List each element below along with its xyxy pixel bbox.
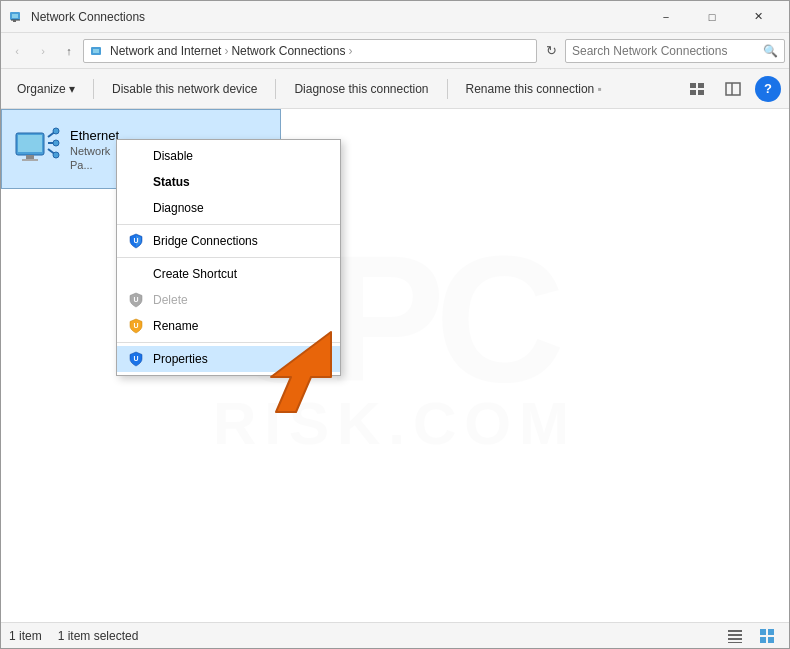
svg-rect-15	[22, 159, 38, 161]
shield-blue-icon: U	[128, 233, 144, 249]
ctx-delete-icon: U	[127, 291, 145, 309]
status-bar: 1 item 1 item selected	[1, 622, 789, 648]
view-icons	[721, 622, 781, 650]
pane-icon	[725, 81, 741, 97]
ctx-bridge-label: Bridge Connections	[153, 234, 258, 248]
svg-point-19	[53, 128, 59, 134]
refresh-button[interactable]: ↻	[539, 39, 563, 63]
svg-rect-10	[726, 83, 740, 95]
ethernet-icon	[12, 125, 60, 173]
list-view-button[interactable]	[721, 622, 749, 650]
ctx-properties[interactable]: U Properties	[117, 346, 340, 372]
ctx-sep-3	[117, 342, 340, 343]
cmd-separator-2	[275, 79, 276, 99]
window-icon	[9, 9, 25, 25]
detail-view-icon	[759, 628, 775, 644]
shield-blue2-icon: U	[128, 351, 144, 367]
breadcrumb-part2: Network Connections	[231, 44, 345, 58]
detail-view-button[interactable]	[753, 622, 781, 650]
ctx-rename-icon: U	[127, 317, 145, 335]
content-area: 9PC RISK.COM Ethernet Network	[1, 109, 789, 622]
rename-label: Rename this connection	[466, 82, 595, 96]
ethernet-detail: Pa...	[70, 159, 119, 171]
svg-rect-29	[728, 638, 742, 640]
svg-text:U: U	[133, 322, 138, 329]
window-title: Network Connections	[31, 10, 643, 24]
ctx-rename[interactable]: U Rename	[117, 313, 340, 339]
close-button[interactable]: ✕	[735, 1, 781, 33]
search-box: 🔍	[565, 39, 785, 63]
ethernet-name: Ethernet	[70, 128, 119, 143]
view-extra-icon	[689, 81, 705, 97]
ctx-shortcut-label: Create Shortcut	[153, 267, 237, 281]
item-count: 1 item	[9, 629, 42, 643]
breadcrumb[interactable]: Network and Internet › Network Connectio…	[83, 39, 537, 63]
ctx-status[interactable]: Status	[117, 169, 340, 195]
organize-button[interactable]: Organize ▾	[9, 74, 83, 104]
minimize-button[interactable]: −	[643, 1, 689, 33]
breadcrumb-sep2: ›	[348, 44, 352, 58]
ctx-delete-label: Delete	[153, 293, 188, 307]
watermark-text: RISK.COM	[213, 388, 577, 457]
cmd-separator-3	[447, 79, 448, 99]
ctx-sep-1	[117, 224, 340, 225]
svg-rect-34	[768, 637, 774, 643]
svg-point-20	[53, 140, 59, 146]
ctx-shortcut[interactable]: Create Shortcut	[117, 261, 340, 287]
shield-gray-icon: U	[128, 292, 144, 308]
context-menu: Disable Status Diagnose U Bridge Connect…	[116, 139, 341, 376]
breadcrumb-icon	[90, 43, 106, 59]
ctx-status-label: Status	[153, 175, 190, 189]
search-icon: 🔍	[763, 44, 778, 58]
diagnose-button[interactable]: Diagnose this connection	[286, 74, 436, 104]
svg-point-21	[53, 152, 59, 158]
svg-rect-9	[698, 90, 704, 95]
help-button[interactable]: ?	[755, 76, 781, 102]
disable-button[interactable]: Disable this network device	[104, 74, 265, 104]
svg-text:U: U	[133, 237, 138, 244]
view-extra-button[interactable]	[683, 75, 711, 103]
svg-rect-32	[768, 629, 774, 635]
svg-rect-6	[690, 83, 696, 88]
svg-rect-27	[728, 630, 742, 632]
ctx-rename-label: Rename	[153, 319, 198, 333]
svg-rect-14	[26, 155, 34, 159]
svg-rect-31	[760, 629, 766, 635]
svg-rect-30	[728, 642, 742, 643]
search-input[interactable]	[572, 44, 759, 58]
svg-rect-28	[728, 634, 742, 636]
cmd-separator-1	[93, 79, 94, 99]
svg-text:U: U	[133, 296, 138, 303]
ctx-delete[interactable]: U Delete	[117, 287, 340, 313]
svg-rect-33	[760, 637, 766, 643]
forward-button[interactable]: ›	[31, 39, 55, 63]
window: Network Connections − □ ✕ ‹ › ↑ Network …	[0, 0, 790, 649]
svg-rect-7	[698, 83, 704, 88]
rename-button[interactable]: Rename this connection ▪	[458, 74, 610, 104]
ctx-sep-2	[117, 257, 340, 258]
ctx-bridge[interactable]: U Bridge Connections	[117, 228, 340, 254]
svg-rect-8	[690, 90, 696, 95]
ctx-diagnose-label: Diagnose	[153, 201, 204, 215]
pane-button[interactable]	[719, 75, 747, 103]
selected-count: 1 item selected	[58, 629, 139, 643]
rename-sep: ▪	[597, 82, 601, 96]
ctx-properties-icon: U	[127, 350, 145, 368]
ctx-disable[interactable]: Disable	[117, 143, 340, 169]
ctx-diagnose[interactable]: Diagnose	[117, 195, 340, 221]
shield-yellow-icon: U	[128, 318, 144, 334]
ethernet-info: Ethernet Network Pa...	[70, 128, 119, 171]
svg-rect-5	[93, 49, 99, 53]
up-button[interactable]: ↑	[57, 39, 81, 63]
svg-rect-1	[12, 14, 18, 18]
title-bar: Network Connections − □ ✕	[1, 1, 789, 33]
breadcrumb-part1: Network and Internet	[110, 44, 221, 58]
svg-rect-3	[13, 20, 16, 22]
address-bar: ‹ › ↑ Network and Internet › Network Con…	[1, 33, 789, 69]
back-button[interactable]: ‹	[5, 39, 29, 63]
ethernet-type: Network	[70, 145, 119, 157]
maximize-button[interactable]: □	[689, 1, 735, 33]
svg-rect-13	[18, 135, 42, 152]
breadcrumb-sep1: ›	[224, 44, 228, 58]
ctx-properties-label: Properties	[153, 352, 208, 366]
